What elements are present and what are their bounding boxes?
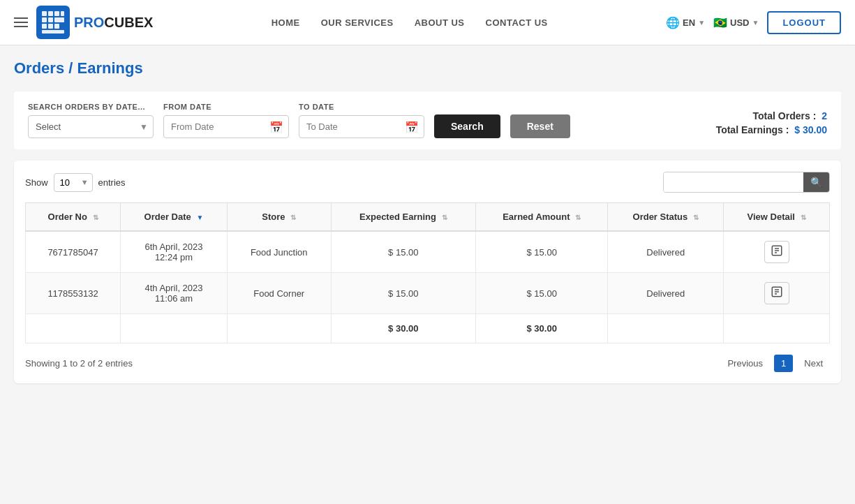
reset-button[interactable]: Reset xyxy=(510,114,570,138)
currency-flag: 🇧🇷 xyxy=(713,16,727,29)
filter-group-select: SEARCH ORDERS BY DATE... Select ▼ xyxy=(28,103,154,138)
pagination-bar: Showing 1 to 2 of 2 entries Previous 1 N… xyxy=(25,355,830,372)
cell-view-detail xyxy=(724,273,830,314)
previous-button[interactable]: Previous xyxy=(720,355,770,372)
from-date-wrap: 📅 xyxy=(163,115,289,138)
page-content: Orders / Earnings SEARCH ORDERS BY DATE.… xyxy=(0,45,855,504)
total-cell-empty-3 xyxy=(227,314,331,343)
cell-store: Food Corner xyxy=(227,273,331,314)
hamburger-menu[interactable] xyxy=(14,17,28,27)
logo: PROCUBEX xyxy=(36,6,153,39)
header: PROCUBEX HOME OUR SERVICES ABOUT US CONT… xyxy=(0,0,855,45)
cell-order-status: Delivered xyxy=(608,231,724,273)
to-date-wrap: 📅 xyxy=(299,115,424,138)
table-row: 1178553132 4th April, 202311:06 am Food … xyxy=(26,273,830,314)
logo-icon xyxy=(36,6,70,39)
cell-order-date: 4th April, 202311:06 am xyxy=(121,273,228,314)
total-row: $ 30.00 $ 30.00 xyxy=(26,314,830,343)
col-expected-earning: Expected Earning ⇅ xyxy=(331,203,475,232)
total-orders-row: Total Orders : 2 xyxy=(716,110,827,121)
nav-contact[interactable]: CONTACT US xyxy=(486,17,548,28)
to-date-calendar-icon[interactable]: 📅 xyxy=(405,120,419,133)
table-section: Show 10 25 50 100 ▼ entries 🔍 xyxy=(14,161,841,383)
svg-rect-3 xyxy=(54,11,59,16)
cell-order-status: Delivered xyxy=(608,273,724,314)
sort-view-detail-icon[interactable]: ⇅ xyxy=(801,214,806,221)
sort-expected-earning-icon[interactable]: ⇅ xyxy=(442,214,447,221)
filter-group-from-date: FROM DATE 📅 xyxy=(163,103,289,138)
sort-order-no-icon[interactable]: ⇅ xyxy=(93,214,98,221)
show-label: Show xyxy=(25,177,48,188)
svg-rect-10 xyxy=(54,24,59,29)
cell-order-no: 7671785047 xyxy=(26,231,121,273)
table-search-input[interactable] xyxy=(664,173,803,192)
search-button[interactable]: Search xyxy=(434,114,500,138)
cell-earned-amount: $ 15.00 xyxy=(476,273,608,314)
show-entries: Show 10 25 50 100 ▼ entries xyxy=(25,173,126,192)
entries-select-wrap: 10 25 50 100 ▼ xyxy=(54,173,93,192)
logo-pro: PRO xyxy=(74,15,104,30)
from-date-calendar-icon[interactable]: 📅 xyxy=(269,120,283,133)
language-selector[interactable]: 🌐 EN ▼ xyxy=(666,16,705,29)
col-order-status: Order Status ⇅ xyxy=(608,203,724,232)
cell-order-no: 1178553132 xyxy=(26,273,121,314)
cell-expected-earning: $ 15.00 xyxy=(331,273,475,314)
lang-flag: 🌐 xyxy=(666,16,680,29)
currency-label: USD xyxy=(730,17,749,28)
search-orders-select[interactable]: Select xyxy=(28,115,154,138)
lang-chevron-icon: ▼ xyxy=(698,19,705,27)
col-view-detail: View Detail ⇅ xyxy=(724,203,830,232)
pagination-controls: Previous 1 Next xyxy=(720,355,830,372)
sort-order-date-icon[interactable]: ▼ xyxy=(196,214,203,221)
logout-button[interactable]: LOGOUT xyxy=(767,11,841,34)
total-earnings-value: $ 30.00 xyxy=(794,124,827,135)
svg-rect-2 xyxy=(48,11,53,16)
showing-entries-text: Showing 1 to 2 of 2 entries xyxy=(25,358,133,369)
total-orders-label: Total Orders : xyxy=(753,110,817,121)
orders-table: Order No ⇅ Order Date ▼ Store ⇅ Expected… xyxy=(25,202,830,343)
svg-rect-11 xyxy=(42,30,64,34)
filter-bar: SEARCH ORDERS BY DATE... Select ▼ FROM D… xyxy=(14,91,841,149)
total-cell-empty-5 xyxy=(724,314,830,343)
total-orders-value: 2 xyxy=(821,110,827,121)
nav-services[interactable]: OUR SERVICES xyxy=(321,17,394,28)
table-search-button[interactable]: 🔍 xyxy=(803,172,829,192)
sort-store-icon[interactable]: ⇅ xyxy=(290,214,296,221)
view-detail-button[interactable] xyxy=(764,241,789,263)
total-expected-earning: $ 30.00 xyxy=(331,314,475,343)
from-date-label: FROM DATE xyxy=(163,103,289,111)
sort-order-status-icon[interactable]: ⇅ xyxy=(693,214,699,221)
svg-rect-1 xyxy=(42,11,47,16)
entries-select[interactable]: 10 25 50 100 xyxy=(54,173,93,192)
table-controls: Show 10 25 50 100 ▼ entries 🔍 xyxy=(25,172,830,193)
sort-earned-amount-icon[interactable]: ⇅ xyxy=(575,214,581,221)
nav-about[interactable]: ABOUT US xyxy=(415,17,465,28)
currency-chevron-icon: ▼ xyxy=(752,19,759,27)
to-date-label: TO DATE xyxy=(299,103,424,111)
col-store: Store ⇅ xyxy=(227,203,331,232)
col-earned-amount: Earned Amount ⇅ xyxy=(476,203,608,232)
page-1-button[interactable]: 1 xyxy=(774,355,793,372)
search-orders-label: SEARCH ORDERS BY DATE... xyxy=(28,103,154,111)
view-detail-button[interactable] xyxy=(764,282,789,304)
logo-text: PROCUBEX xyxy=(74,15,153,31)
cell-order-date: 6th April, 202312:24 pm xyxy=(121,231,228,273)
cell-view-detail xyxy=(724,231,830,273)
col-order-no: Order No ⇅ xyxy=(26,203,121,232)
cell-earned-amount: $ 15.00 xyxy=(476,231,608,273)
cell-store: Food Junction xyxy=(227,231,331,273)
select-wrap: Select ▼ xyxy=(28,115,154,138)
header-left: PROCUBEX xyxy=(14,6,153,39)
svg-rect-5 xyxy=(42,17,47,22)
svg-rect-7 xyxy=(54,17,64,22)
nav-home[interactable]: HOME xyxy=(272,17,300,28)
search-magnifier-icon: 🔍 xyxy=(810,177,822,188)
next-button[interactable]: Next xyxy=(797,355,830,372)
svg-rect-9 xyxy=(48,24,53,29)
total-earnings-row: Total Earnings : $ 30.00 xyxy=(716,124,827,135)
total-cell-empty-4 xyxy=(608,314,724,343)
table-search-box: 🔍 xyxy=(663,172,830,193)
total-cell-empty-2 xyxy=(121,314,228,343)
logo-cubex: CUBEX xyxy=(104,15,153,30)
currency-selector[interactable]: 🇧🇷 USD ▼ xyxy=(713,16,759,29)
